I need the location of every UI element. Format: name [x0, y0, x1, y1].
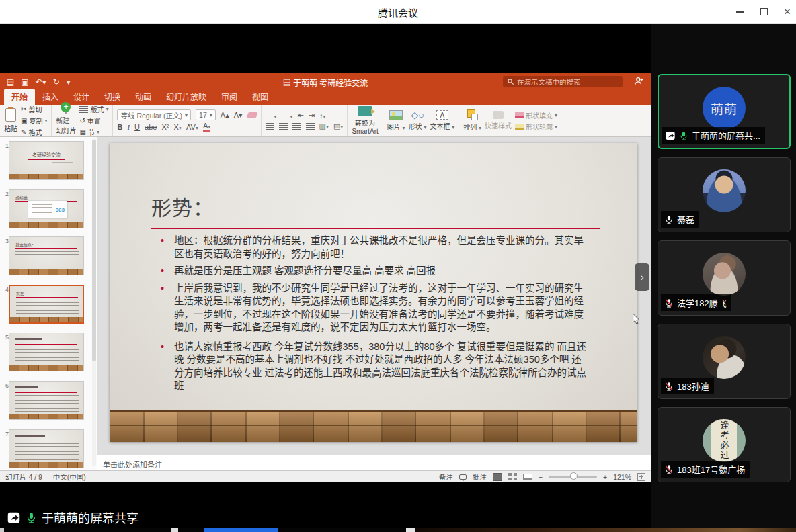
indent-increase-button[interactable]: ⇥	[309, 111, 315, 120]
justify-button[interactable]	[306, 123, 315, 130]
quick-styles-button[interactable]: 快速样式	[485, 111, 512, 130]
slides-group: + 新建幻灯片 版式 ▾ ↺ 重置 ▦ 节 ▾	[52, 105, 113, 136]
normal-view-icon[interactable]	[493, 473, 502, 481]
align-left-button[interactable]	[266, 123, 274, 130]
slide-thumbnail-3[interactable]: 基本信息：	[9, 236, 84, 275]
participant-tile-qilei[interactable]: 綦磊	[658, 157, 791, 232]
tab-slideshow[interactable]: 幻灯片放映	[159, 89, 214, 105]
text-direction-button[interactable]: ▤▾	[333, 122, 343, 130]
fit-to-window-icon[interactable]	[637, 473, 645, 481]
font-size-select[interactable]: 17 ▾	[196, 109, 216, 120]
tab-animations[interactable]: 动画	[128, 89, 159, 105]
subscript-button[interactable]: X₂	[173, 123, 182, 131]
superscript-button[interactable]: X²	[161, 123, 169, 131]
slide-canvas[interactable]: 形势： 地区：根据统分群的分析结果，重庆对于公共课批改不是很严格，但是会压专业课…	[110, 143, 637, 442]
tab-insert[interactable]: 插入	[35, 89, 66, 105]
grow-font-button[interactable]: A▴	[221, 111, 229, 120]
sidebar-collapse-arrow[interactable]: ›	[635, 263, 649, 291]
align-center-button[interactable]	[279, 123, 288, 130]
shape-outline-button[interactable]: 形状轮廓 ▾	[515, 122, 557, 132]
align-right-button[interactable]	[292, 123, 301, 130]
slide-thumbnail-4-selected[interactable]: 形势	[9, 285, 84, 324]
reset-button[interactable]: ↺ 重置	[79, 116, 108, 126]
char-spacing-button[interactable]: AV▾	[186, 123, 198, 131]
participant-label: 綦磊	[661, 211, 699, 228]
comments-toggle-label[interactable]: 批注	[473, 472, 487, 482]
participant-tile-sundi[interactable]: 183孙迪	[658, 324, 791, 399]
bullets-button[interactable]: ▾	[266, 112, 277, 120]
slide-thumbnail-5[interactable]	[9, 332, 84, 371]
picture-icon	[389, 110, 403, 120]
slide-thumbnail-7[interactable]	[9, 429, 84, 468]
picture-button[interactable]: 图片 ▾	[387, 110, 405, 132]
participant-tile-yumengmeng[interactable]: 萌萌 于萌萌的屏幕共...	[658, 74, 791, 149]
zoom-slider-knob[interactable]	[570, 472, 578, 480]
zoom-slider[interactable]	[549, 476, 597, 478]
avatar	[703, 336, 746, 379]
close-icon[interactable]: ×	[784, 6, 791, 17]
notes-pane[interactable]: 单击此处添加备注	[97, 455, 651, 470]
font-color-button[interactable]: A▾	[203, 122, 210, 132]
collab-add-person-icon[interactable]	[634, 76, 644, 89]
new-slide-button[interactable]: + 新建幻灯片	[56, 106, 76, 135]
textbox-button[interactable]: A 文本框 ▾	[430, 110, 454, 131]
tab-home[interactable]: 开始	[4, 89, 35, 105]
bullet-item: 上岸后我意识到，我的不少研究生同学是已经过了法考的，这对于一年学习、一年实习的研…	[171, 282, 587, 335]
indent-decrease-button[interactable]: ⇤	[298, 111, 304, 120]
zoom-in-button[interactable]: +	[603, 473, 607, 481]
notes-toggle-icon[interactable]	[426, 474, 433, 480]
strikethrough-button[interactable]: abe	[145, 123, 157, 131]
cut-button[interactable]: ✂ 剪切	[21, 104, 47, 114]
slide-thumbnail-1[interactable]: 考研经验交流	[9, 141, 84, 180]
thumb-number: 1	[2, 142, 9, 149]
clipboard-group: 粘贴 ✂ 剪切 ▣ 复制 ▾ ✎ 格式	[0, 105, 52, 136]
shape-fill-button[interactable]: 形状填充 ▾	[515, 110, 557, 120]
tab-view[interactable]: 视图	[245, 89, 276, 105]
line-spacing-button[interactable]: ↕▾	[319, 112, 326, 120]
numbering-button[interactable]: ▾	[282, 112, 293, 120]
section-button[interactable]: ▦ 节 ▾	[79, 127, 108, 137]
thumbnail-scrollbar[interactable]	[92, 138, 96, 466]
shapes-button[interactable]: ◇○ 形状 ▾	[409, 110, 427, 131]
slideshow-view-icon[interactable]	[523, 474, 532, 480]
thumb-number: 6	[2, 382, 9, 389]
arrange-button[interactable]: 排列 ▾	[463, 109, 481, 132]
language-indicator[interactable]: 中文(中国)	[53, 472, 86, 482]
slide-body-text[interactable]: 地区：根据统分群的分析结果，重庆对于公共课批改不是很严格，但是会压专业课的分。其…	[171, 234, 587, 397]
maximize-icon[interactable]	[760, 8, 768, 15]
slide-sorter-view-icon[interactable]	[508, 473, 517, 481]
participant-tile-weiguangyang[interactable]: 逢考必过 183班17号魏广扬	[658, 407, 791, 482]
clear-format-icon[interactable]	[246, 112, 257, 118]
tab-transitions[interactable]: 切换	[97, 89, 128, 105]
slide-thumbnail-2[interactable]: 成绩单 363	[9, 189, 84, 228]
copy-button[interactable]: ▣ 复制 ▾	[21, 116, 47, 126]
font-name-select[interactable]: 等线 Regular (正文) ▾	[117, 109, 191, 120]
notes-toggle-label[interactable]: 备注	[439, 472, 453, 482]
zoom-out-button[interactable]: −	[539, 473, 543, 481]
comments-toggle-icon[interactable]	[459, 474, 467, 480]
tab-design[interactable]: 设计	[66, 89, 97, 105]
italic-button[interactable]: I	[127, 123, 130, 131]
layout-button[interactable]: 版式 ▾	[79, 104, 108, 114]
slide-thumbnail-6[interactable]	[9, 381, 84, 420]
paste-button[interactable]: 粘贴	[4, 108, 17, 133]
avatar: 萌萌	[703, 87, 746, 130]
search-input[interactable]: 在演示文稿中的搜索	[503, 76, 623, 87]
tab-review[interactable]: 审阅	[214, 89, 245, 105]
columns-button[interactable]: ▥▾	[319, 122, 329, 130]
arrange-icon	[467, 109, 478, 120]
slide-thumbnail-panel: 1 考研经验交流 2 成绩单 363 3 基本信息： 4 形	[0, 137, 97, 470]
shrink-font-button[interactable]: A▾	[234, 111, 243, 120]
underline-button[interactable]: U	[134, 123, 140, 131]
participant-tile-tengfei[interactable]: 法学182滕飞	[658, 240, 791, 316]
paste-icon	[5, 108, 16, 122]
slide-title[interactable]: 形势：	[151, 191, 214, 221]
slide-counter: 幻灯片 4 / 9	[5, 472, 42, 482]
bullet-item: 地区：根据统分群的分析结果，重庆对于公共课批改不是很严格，但是会压专业课的分。其…	[171, 234, 587, 261]
format-painter-button[interactable]: ✎ 格式	[21, 127, 47, 137]
convert-smartart-button[interactable]: 转换为SmartArt	[352, 106, 378, 135]
shapes-icon: ◇○	[411, 110, 424, 120]
minimize-icon[interactable]	[736, 11, 744, 13]
avatar	[703, 169, 746, 212]
bold-button[interactable]: B	[117, 123, 122, 131]
